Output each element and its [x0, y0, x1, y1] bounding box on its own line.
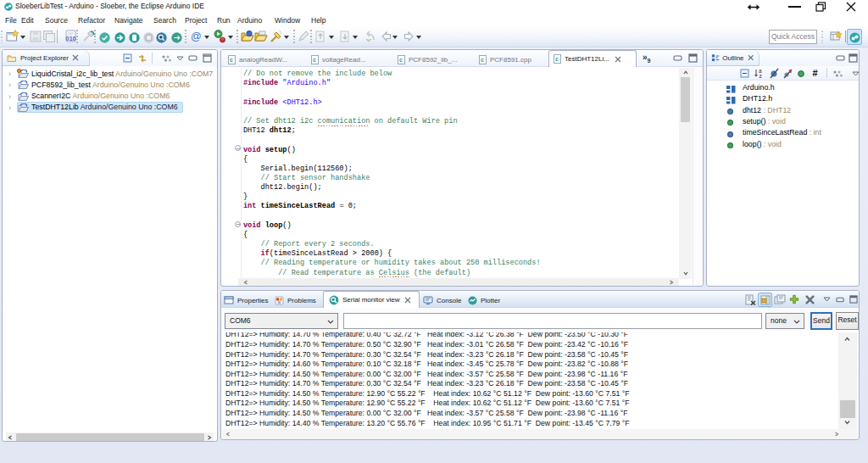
svg-text:s: s — [789, 68, 793, 74]
svg-text:010: 010 — [66, 36, 76, 42]
svg-text:z: z — [760, 73, 763, 79]
